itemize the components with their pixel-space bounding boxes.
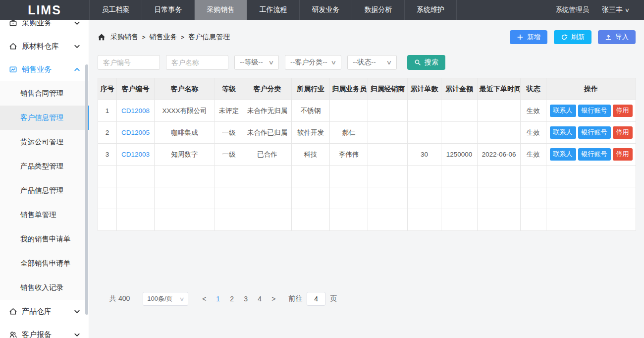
sidebar-item-1[interactable]: 采购业务 [0,20,89,35]
sidebar-subitem-4[interactable]: 销售合同管理 [0,81,89,106]
nav-tab-4[interactable]: 工作流程 [247,0,299,20]
plus-icon [517,34,524,41]
empty-table-row [98,166,636,187]
empty-cell [368,166,408,187]
chevron-down-icon: ∨ [330,59,336,66]
disable-button[interactable]: 停用 [613,126,633,139]
table-cell: 未合作无归属 [243,100,292,122]
status-select[interactable]: --状态--∨ [347,55,397,70]
table-cell: 郝仁 [330,122,368,144]
table-cell: 1 [98,100,117,122]
empty-cell [546,209,636,231]
level-select[interactable]: --等级--∨ [234,55,279,70]
nav-tab-5[interactable]: 研发业务 [299,0,352,20]
user-menu[interactable]: 张三丰 ∨ [602,5,629,14]
sidebar-subitem-8[interactable]: 产品信息管理 [0,178,89,203]
empty-cell [155,187,215,209]
sidebar-subitem-5[interactable]: 客户信息管理 [0,106,89,130]
empty-cell [441,166,478,187]
warehouse-icon [9,307,17,316]
table-cell [368,100,408,122]
sidebar-item-2[interactable]: 原材料仓库 [0,35,89,58]
customer-name-input[interactable] [166,55,228,70]
page-size-select[interactable]: 100条/页 ∨ [143,292,188,306]
empty-cell [292,166,330,187]
empty-cell [243,209,292,231]
page-number-2[interactable]: 2 [225,295,239,303]
table-cell [408,100,441,122]
table-cell [330,100,368,122]
sidebar-subitem-7[interactable]: 产品类型管理 [0,154,89,178]
nav-tab-1[interactable]: 员工档案 [89,0,142,20]
column-header: 客户分类 [243,78,292,100]
sales-chart-icon [9,65,17,74]
breadcrumb-item-1[interactable]: 采购销售 [110,33,138,42]
disable-button[interactable]: 停用 [613,148,633,161]
bank-account-button[interactable]: 银行账号 [578,105,611,117]
empty-cell [330,166,368,187]
page-number-1[interactable]: 1 [211,295,225,303]
customer-code-link[interactable]: CD12005 [117,122,155,144]
contacts-button[interactable]: 联系人 [550,105,576,117]
import-button[interactable]: 导入 [598,30,636,44]
nav-tab-3[interactable]: 采购销售 [194,0,247,20]
customer-code-link[interactable]: CD12008 [117,100,155,122]
table-cell: 未评定 [215,100,243,122]
empty-cell [330,209,368,231]
table-cell: 1250000 [441,144,478,166]
contacts-button[interactable]: 联系人 [550,148,576,161]
nav-tab-2[interactable]: 日常事务 [142,0,194,20]
empty-cell [546,187,636,209]
sidebar-item-14[interactable]: 客户报备 [0,323,89,338]
chevron-down-icon [73,20,81,27]
table-cell: 3 [98,144,117,166]
sidebar-subitem-12[interactable]: 销售收入记录 [0,276,89,300]
disable-button[interactable]: 停用 [613,105,633,117]
sidebar-item-3[interactable]: 销售业务 [0,58,89,81]
sidebar-menu: 采购业务原材料仓库销售业务销售合同管理客户信息管理货运公司管理产品类型管理产品信… [0,20,89,338]
category-select[interactable]: --客户分类--∨ [285,55,341,70]
table-cell [441,122,478,144]
bank-account-button[interactable]: 银行账号 [578,126,611,139]
table-cell: 科技 [292,144,330,166]
column-header: 累计金额 [441,78,478,100]
sidebar-subitem-6[interactable]: 货运公司管理 [0,130,89,154]
contacts-button[interactable]: 联系人 [550,126,576,139]
sidebar-subitem-9[interactable]: 销售单管理 [0,203,89,227]
table-cell: 生效 [521,122,546,144]
warehouse-icon [9,42,17,51]
table-cell: 李伟伟 [330,144,368,166]
empty-cell [521,187,546,209]
sidebar-subitem-11[interactable]: 全部销售申请单 [0,251,89,276]
search-icon [414,59,421,66]
search-button[interactable]: 搜索 [407,55,445,70]
page-number-3[interactable]: 3 [239,295,253,303]
sidebar-subitem-10[interactable]: 我的销售申请单 [0,227,89,251]
sidebar-item-label: 客户报备 [22,330,73,338]
sidebar-scrollbar[interactable] [85,64,88,315]
table-row: 2CD12005咖啡集成一级未合作已归属软件开发郝仁生效联系人银行账号停用 [98,122,636,144]
nav-tab-6[interactable]: 数据分析 [352,0,404,20]
next-page-button[interactable]: > [267,295,280,303]
breadcrumb-item-2[interactable]: 销售业务 [149,33,177,42]
actions-cell: 联系人银行账号停用 [546,100,636,122]
goto-label: 前往 [288,294,302,303]
sidebar-item-13[interactable]: 产品仓库 [0,300,89,323]
bank-account-button[interactable]: 银行账号 [578,148,611,161]
chevron-down-icon [73,331,81,338]
prev-page-button[interactable]: < [197,295,211,303]
empty-cell [478,187,521,209]
add-button[interactable]: 新增 [510,30,547,44]
filter-bar: --等级--∨ --客户分类--∨ --状态--∨ 搜索 [98,55,636,70]
empty-cell [215,166,243,187]
goto-page-input[interactable] [307,292,325,306]
nav-tab-7[interactable]: 系统维护 [404,0,457,20]
refresh-button[interactable]: 刷新 [554,30,591,44]
empty-cell [243,166,292,187]
empty-cell [441,187,478,209]
empty-cell [98,209,117,231]
customer-code-input[interactable] [98,55,160,70]
page-number-4[interactable]: 4 [253,295,267,303]
table-cell: 一级 [215,122,243,144]
customer-code-link[interactable]: CD12003 [117,144,155,166]
